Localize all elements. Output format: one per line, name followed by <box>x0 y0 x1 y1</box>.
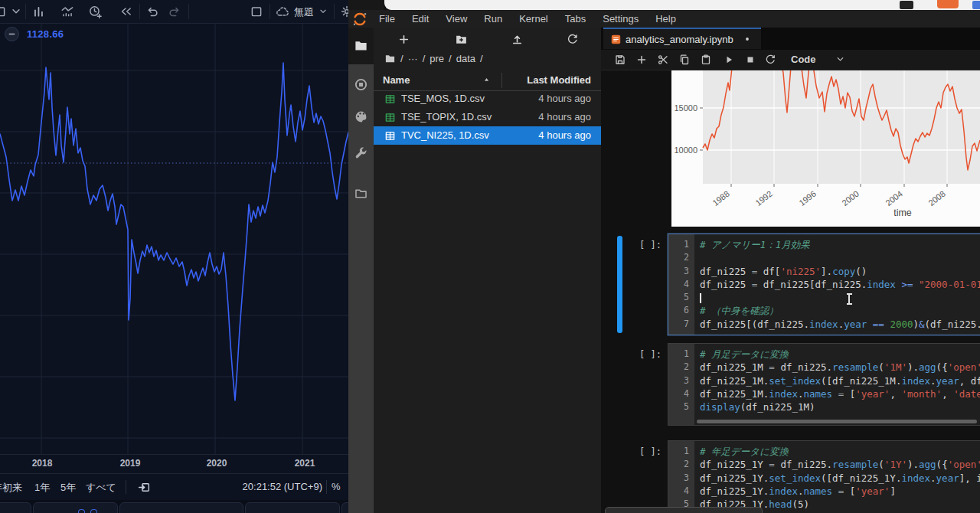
code-cell[interactable]: [ ]:12345# 月足データに変換df_ni225_1M = df_ni22… <box>601 343 980 426</box>
indicators-icon[interactable] <box>60 5 74 18</box>
range-button-all[interactable]: すべて <box>86 481 116 495</box>
cell-collapser[interactable] <box>617 236 622 333</box>
paste-icon[interactable] <box>700 54 712 66</box>
legend-collapse-button[interactable] <box>5 27 19 41</box>
tv-price-chart[interactable] <box>0 23 349 454</box>
menu-file[interactable]: File <box>371 10 403 28</box>
bottom-tab[interactable] <box>119 502 243 513</box>
breadcrumb-segment[interactable]: ··· <box>408 53 418 64</box>
price-line-series <box>0 63 348 400</box>
cut-icon[interactable] <box>657 54 669 66</box>
redo-icon[interactable] <box>168 5 181 18</box>
cloud-save-icon[interactable] <box>276 5 289 18</box>
mouse-ibeam-cursor <box>848 294 850 304</box>
stop-icon[interactable] <box>744 54 756 66</box>
jupyter-menubar: FileEditViewRunKernelTabsSettingsHelp <box>348 10 980 28</box>
cell-editor[interactable]: 12345# 年足データに変換df_ni225_1Y = df_ni225.re… <box>668 440 980 513</box>
code-line: df_ni225_1Y = df_ni225.resample('1Y').ag… <box>700 458 980 471</box>
palette-icon[interactable] <box>354 109 368 124</box>
column-header-name[interactable]: Name <box>383 74 410 86</box>
file-name: TSE_TOPIX, 1D.csv <box>401 111 492 123</box>
screen: 無題 1128.66 2018 2019 2020 2021 年初来 1年 5年… <box>0 0 980 513</box>
breadcrumb-segment[interactable]: / <box>449 53 452 64</box>
menu-help[interactable]: Help <box>647 10 684 28</box>
column-header-modified[interactable]: Last Modified <box>527 74 591 86</box>
code-area[interactable]: # 年足データに変換df_ni225_1Y = df_ni225.resampl… <box>694 441 980 513</box>
save-icon[interactable] <box>614 54 626 66</box>
sort-caret-icon[interactable] <box>482 75 492 85</box>
breadcrumb[interactable]: /···/pre/data/ <box>384 53 483 64</box>
file-row-selected[interactable]: TVC_NI225, 1D.csv4 hours ago <box>374 126 601 145</box>
bottom-tab[interactable] <box>0 502 31 513</box>
bottom-tab[interactable] <box>245 502 340 513</box>
breadcrumb-segment[interactable]: data <box>456 53 475 64</box>
chevron-down-icon[interactable] <box>835 54 846 65</box>
price-value: 1128.66 <box>27 28 64 40</box>
goto-date-icon[interactable] <box>138 481 151 494</box>
notebook-tab[interactable]: analytics_anomaly.ipynb <box>603 28 761 49</box>
chevron-down-icon[interactable] <box>9 5 23 18</box>
add-cell-icon[interactable] <box>635 54 648 66</box>
code-cell-active[interactable]: [ ]:1234567# アノマリー1：1月効果df_ni225 = df['n… <box>601 234 980 335</box>
layout-partial-icon[interactable] <box>0 5 7 18</box>
replay-rewind-icon[interactable] <box>119 5 132 18</box>
breadcrumb-segment[interactable]: / <box>480 53 483 64</box>
code-line: df_ni225[(df_ni225.index.year == 2000)&(… <box>700 318 980 331</box>
run-icon[interactable] <box>723 54 735 66</box>
notebook-toolbar: Code <box>601 50 980 70</box>
x-axis-label: 2018 <box>25 458 59 469</box>
bar-chart-icon[interactable] <box>32 5 46 18</box>
tv-bottom-toolbar: 年初来 1年 5年 すべて 20:21:52 (UTC+9) % <box>0 473 349 501</box>
percent-scale-button[interactable]: % <box>332 481 341 492</box>
code-line: display(df_ni225_1M) <box>700 400 980 413</box>
copy-icon[interactable] <box>678 54 691 66</box>
bottom-tab[interactable] <box>33 502 118 513</box>
y-tick-label: 15000 <box>671 103 697 113</box>
menu-run[interactable]: Run <box>475 10 511 28</box>
breadcrumb-segment[interactable]: / <box>423 53 426 64</box>
undo-icon[interactable] <box>145 5 159 18</box>
cell-editor[interactable]: 1234567# アノマリー1：1月効果df_ni225 = df['ni225… <box>668 234 980 335</box>
code-line: df_ni225 = df_ni225[df_ni225.index >= "2… <box>700 278 980 291</box>
clock-display[interactable]: 20:21:52 (UTC+9) <box>217 481 322 492</box>
wrench-icon[interactable] <box>354 146 368 161</box>
refresh-icon[interactable] <box>566 33 579 46</box>
layout-square-icon[interactable] <box>250 5 263 18</box>
file-browser-panel: /···/pre/data/ Name Last Modified TSE_MO… <box>374 28 601 513</box>
notebook-tabbar: analytics_anomaly.ipynb <box>601 28 980 51</box>
sidebar-active-tab[interactable] <box>348 28 374 64</box>
restart-kernel-icon[interactable] <box>764 54 776 66</box>
menu-kernel[interactable]: Kernel <box>511 10 557 28</box>
minus-icon <box>7 29 17 39</box>
file-row[interactable]: TSE_MOS, 1D.csv4 hours ago <box>374 90 601 108</box>
new-launcher-icon[interactable] <box>397 33 410 46</box>
range-button-ytd[interactable]: 年初来 <box>0 481 22 495</box>
x-axis-label: 2020 <box>200 458 234 469</box>
upload-icon[interactable] <box>511 33 524 46</box>
cell-type-dropdown[interactable]: Code <box>791 54 816 65</box>
line-number: 3 <box>668 374 694 387</box>
cell-editor[interactable]: 12345# 月足データに変換df_ni225_1M = df_ni225.re… <box>668 343 980 426</box>
unsaved-dot-icon[interactable] <box>744 36 750 42</box>
code-cell[interactable]: [ ]:12345# 年足データに変換df_ni225_1Y = df_ni22… <box>601 440 980 513</box>
alert-clock-icon[interactable] <box>88 5 102 18</box>
range-button-1y[interactable]: 1年 <box>34 481 50 495</box>
range-button-5y[interactable]: 5年 <box>60 481 76 495</box>
menu-tabs[interactable]: Tabs <box>557 10 594 28</box>
breadcrumb-segment[interactable]: pre <box>430 53 444 64</box>
chart-layout-name[interactable]: 無題 <box>294 5 314 19</box>
menu-view[interactable]: View <box>437 10 475 28</box>
running-kernels-icon[interactable] <box>354 77 368 92</box>
open-tabs-icon[interactable] <box>354 186 368 201</box>
tv-time-axis[interactable]: 2018 2019 2020 2021 <box>0 454 349 474</box>
horizontal-scrollbar[interactable] <box>697 420 977 423</box>
new-folder-icon[interactable] <box>455 33 468 46</box>
menu-settings[interactable]: Settings <box>594 10 647 28</box>
menu-edit[interactable]: Edit <box>403 10 437 28</box>
code-line <box>700 291 980 304</box>
breadcrumb-segment[interactable]: / <box>400 53 403 64</box>
code-area[interactable]: # 月足データに変換df_ni225_1M = df_ni225.resampl… <box>694 344 980 425</box>
chevron-down-icon[interactable] <box>318 6 328 17</box>
file-row[interactable]: TSE_TOPIX, 1D.csv4 hours ago <box>374 108 601 126</box>
code-area[interactable]: # アノマリー1：1月効果df_ni225 = df['ni225'].copy… <box>694 234 980 335</box>
